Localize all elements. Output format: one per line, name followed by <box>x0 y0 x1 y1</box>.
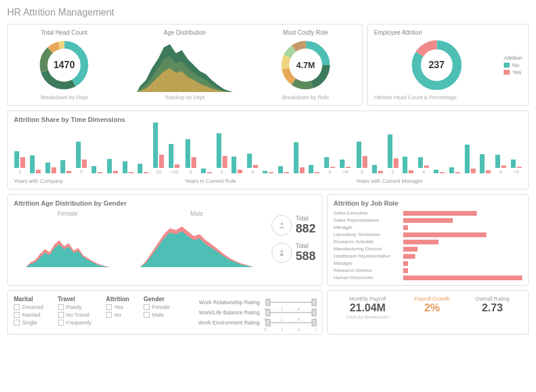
kpi-rating: Overall Rating 2.73 <box>476 296 510 320</box>
filter-columns: MaritalDivorcedMarriedSingleTravelRarely… <box>14 296 170 326</box>
checkbox-male[interactable]: Male <box>144 312 170 318</box>
slider[interactable]: 0141 <box>266 319 316 326</box>
checkbox-frequently[interactable]: Frequently <box>58 320 92 326</box>
svg-point-14 <box>281 222 283 225</box>
costlyrole-donut[interactable]: 4.7M <box>255 38 357 92</box>
costlyrole-title: Most Costly Role <box>255 29 357 36</box>
total-label-2: Total <box>296 243 315 249</box>
sliders: Work Relationship Rating0141Work/Life Ba… <box>182 296 316 329</box>
agedist-sub: Stackup by Dept <box>120 94 251 100</box>
time-panels: 1510>10Years with Company0249>9Years in … <box>14 127 522 184</box>
kpi-growth: Payroll Growth 2% <box>415 296 450 320</box>
filter-attrition: AttritionYesNo <box>106 296 129 326</box>
male-label: Male <box>190 210 203 217</box>
checkbox-rarely[interactable]: Rarely <box>58 304 92 310</box>
slider-row: Work Relationship Rating0141 <box>182 299 316 306</box>
hbar-row: Manager <box>334 261 522 266</box>
attrition-sub: Attrition Head Count & Percentage <box>374 94 522 100</box>
slider[interactable]: 0141 <box>266 309 316 316</box>
hbar-row: Human Resources <box>334 275 522 280</box>
headcount-block: Total Head Count 1470 Breakdown by Dept <box>14 29 115 100</box>
legend-yes: Yes <box>504 69 522 75</box>
checkbox-single[interactable]: Single <box>14 320 44 326</box>
headcount-donut[interactable]: 1470 <box>14 38 115 92</box>
attrition-legend: Attrition No Yes <box>504 55 522 75</box>
axis-label: Years with Company <box>14 178 180 184</box>
top-row: Total Head Count 1470 Breakdown by Dept … <box>7 24 529 106</box>
male-col: Male <box>127 210 267 267</box>
jobrole-section: Attrition by Job Role Sales ExecutiveSal… <box>327 194 529 286</box>
costlyrole-sub: Breakdown by Role <box>255 94 357 100</box>
slider-row: Work Environment Rating0141 <box>182 319 316 326</box>
jobrole-title: Attrition by Job Role <box>334 200 522 207</box>
totals-col: Total882 Total588 <box>272 210 315 267</box>
gender-section: Attrition Age Distribution by Gender Fem… <box>7 194 322 286</box>
female-label: Female <box>58 210 78 217</box>
attrition-value: 237 <box>428 60 444 71</box>
costlyrole-block: Most Costly Role 4.7M Breakdown by Role <box>255 29 357 100</box>
checkbox-female[interactable]: Female <box>144 304 170 310</box>
agedist-chart[interactable] <box>120 38 251 92</box>
agedist-title: Age Distribution <box>120 29 251 36</box>
kpi-payroll[interactable]: Monthly Payroll 21.04M Click for Breakdo… <box>346 296 389 320</box>
checkbox-no[interactable]: No <box>106 312 129 318</box>
attrition-title: Employee Attrition <box>374 29 522 36</box>
legend-title: Attrition <box>504 55 522 61</box>
gender-title: Attrition Age Distribution by Gender <box>14 200 316 207</box>
slider-row: Work/Life Balance Rating0141 <box>182 309 316 316</box>
growth-value: 2% <box>415 302 450 314</box>
female-total: 588 <box>296 249 315 263</box>
hbar-row: Sales Executive <box>334 210 522 216</box>
slider[interactable]: 0141 <box>266 299 316 306</box>
female-icon <box>278 249 285 256</box>
agedist-block: Age Distribution Stackup by Dept <box>120 29 251 100</box>
attrition-donut[interactable]: 237 <box>374 38 499 92</box>
time-panel[interactable]: 0249>9Years in Current Role <box>185 127 351 184</box>
female-area[interactable] <box>26 219 109 267</box>
headcount-value: 1470 <box>53 60 75 71</box>
hbar-row: Sales Representative <box>334 218 522 223</box>
time-title: Attrition Share by Time Dimensions <box>14 116 522 123</box>
page-title: HR Attrition Management <box>7 7 529 18</box>
total-label-1: Total <box>296 215 315 222</box>
headcount-sub: Breakdown by Dept <box>14 94 115 100</box>
rating-value: 2.73 <box>476 302 510 314</box>
legend-no: No <box>504 62 522 68</box>
jobrole-bars[interactable]: Sales ExecutiveSales RepresentativeManag… <box>334 210 522 280</box>
time-panel[interactable]: 1510>10Years with Company <box>14 127 180 184</box>
female-total-block: Total588 <box>272 243 315 263</box>
hbar-row: Healthcare Representative <box>334 253 522 259</box>
attrition-card: Employee Attrition 237 Attrition No Yes … <box>367 24 529 106</box>
hbar-row: Research Scientist <box>334 239 522 244</box>
time-panel[interactable]: 0249>9Years with Current Manager <box>356 127 522 184</box>
filter-gender: GenderFemaleMale <box>144 296 170 326</box>
rating-label: Overall Rating <box>476 296 510 302</box>
svg-point-15 <box>281 250 283 252</box>
checkbox-no-travel[interactable]: No Travel <box>58 312 92 318</box>
filters-card: MaritalDivorcedMarriedSingleTravelRarely… <box>7 290 322 335</box>
female-col: Female <box>14 210 122 267</box>
male-area[interactable] <box>140 219 254 267</box>
checkbox-yes[interactable]: Yes <box>106 304 129 310</box>
male-total: 882 <box>296 222 315 235</box>
filter-travel: TravelRarelyNo TravelFrequently <box>58 296 92 326</box>
male-icon <box>278 222 285 229</box>
filter-marital: MaritalDivorcedMarriedSingle <box>14 296 44 326</box>
growth-label: Payroll Growth <box>415 296 450 302</box>
kpi-card: Monthly Payroll 21.04M Click for Breakdo… <box>327 290 529 335</box>
hbar-row: Manager <box>334 225 522 230</box>
costlyrole-value: 4.7M <box>296 60 315 70</box>
headcount-title: Total Head Count <box>14 29 115 36</box>
payroll-value: 21.04M <box>346 302 389 314</box>
axis-label: Years with Current Manager <box>356 178 522 184</box>
summary-card: Total Head Count 1470 Breakdown by Dept … <box>7 24 363 106</box>
payroll-sub: Click for Breakdown <box>346 314 389 320</box>
hbar-row: Manufacturing Director <box>334 246 522 252</box>
checkbox-married[interactable]: Married <box>14 312 44 318</box>
payroll-label: Monthly Payroll <box>346 296 389 302</box>
time-section: Attrition Share by Time Dimensions 1510>… <box>7 111 529 189</box>
hbar-row: Research Director <box>334 268 522 273</box>
male-total-block: Total882 <box>272 215 315 235</box>
checkbox-divorced[interactable]: Divorced <box>14 304 44 310</box>
axis-label: Years in Current Role <box>185 178 351 184</box>
